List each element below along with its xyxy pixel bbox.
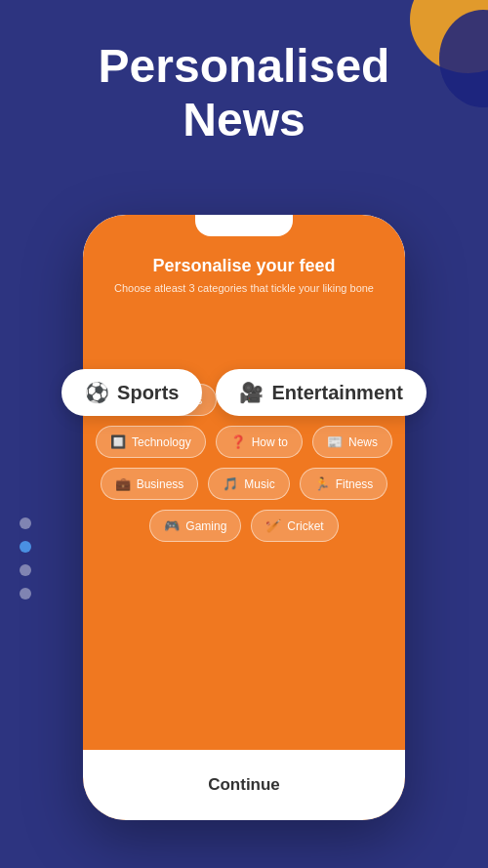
category-chip-cricket[interactable]: 🏏 Cricket — [251, 510, 338, 542]
technology-label: Technology — [132, 435, 191, 449]
feed-subtitle: Choose atleast 3 categories that tickle … — [114, 281, 374, 296]
page-title-container: Personalised News — [0, 39, 488, 146]
news-icon: 📰 — [327, 434, 343, 449]
music-label: Music — [244, 477, 274, 491]
news-label: News — [348, 435, 378, 449]
how-to-icon: ❓ — [230, 434, 246, 449]
gaming-label: Gaming — [185, 519, 226, 533]
entertainment-pill[interactable]: 🎥 Entertainment — [216, 369, 426, 416]
category-chip-music[interactable]: 🎵 Music — [208, 468, 289, 500]
how-to-label: How to — [252, 435, 288, 449]
business-label: Business — [137, 477, 184, 491]
dot-4[interactable] — [20, 588, 31, 599]
cricket-label: Cricket — [287, 519, 323, 533]
pagination-dots — [20, 517, 31, 599]
dot-2[interactable] — [20, 541, 31, 553]
sports-label: Sports — [117, 382, 179, 404]
phone-mockup: Personalise your feed Choose atleast 3 c… — [83, 215, 405, 820]
music-icon: 🎵 — [223, 476, 238, 491]
category-chip-news[interactable]: 📰 News — [312, 426, 392, 458]
category-chip-technology[interactable]: 🔲 Technology — [96, 426, 206, 458]
category-chip-gaming[interactable]: 🎮 Gaming — [149, 510, 241, 542]
phone-screen: Personalise your feed Choose atleast 3 c… — [83, 215, 405, 820]
page-title: Personalised News — [0, 39, 488, 146]
sports-icon: ⚽ — [85, 381, 109, 404]
feed-header: Personalise your feed Choose atleast 3 c… — [95, 256, 393, 296]
fitness-label: Fitness — [336, 477, 374, 491]
sports-pill[interactable]: ⚽ Sports — [61, 369, 202, 416]
entertainment-label: Entertainment — [271, 382, 402, 404]
dot-3[interactable] — [20, 564, 31, 576]
feed-title: Personalise your feed — [114, 256, 374, 276]
dot-1[interactable] — [20, 517, 31, 529]
category-chip-how-to[interactable]: ❓ How to — [216, 426, 303, 458]
fitness-icon: 🏃 — [314, 476, 330, 491]
phone-shell: Personalise your feed Choose atleast 3 c… — [83, 215, 405, 820]
gaming-icon: 🎮 — [164, 518, 180, 533]
main-pills-container: ⚽ Sports 🎥 Entertainment — [20, 369, 468, 416]
phone-notch — [195, 215, 293, 236]
category-chip-business[interactable]: 💼 Business — [101, 468, 199, 500]
title-line1: Personalised — [99, 40, 390, 92]
entertainment-icon: 🎥 — [239, 381, 264, 404]
technology-icon: 🔲 — [110, 434, 126, 449]
continue-button[interactable]: Continue — [208, 775, 280, 795]
continue-button-container: Continue — [83, 750, 405, 820]
business-icon: 💼 — [115, 476, 131, 491]
category-chip-fitness[interactable]: 🏃 Fitness — [300, 468, 388, 500]
cricket-icon: 🏏 — [265, 518, 281, 533]
title-line2: News — [183, 94, 305, 145]
